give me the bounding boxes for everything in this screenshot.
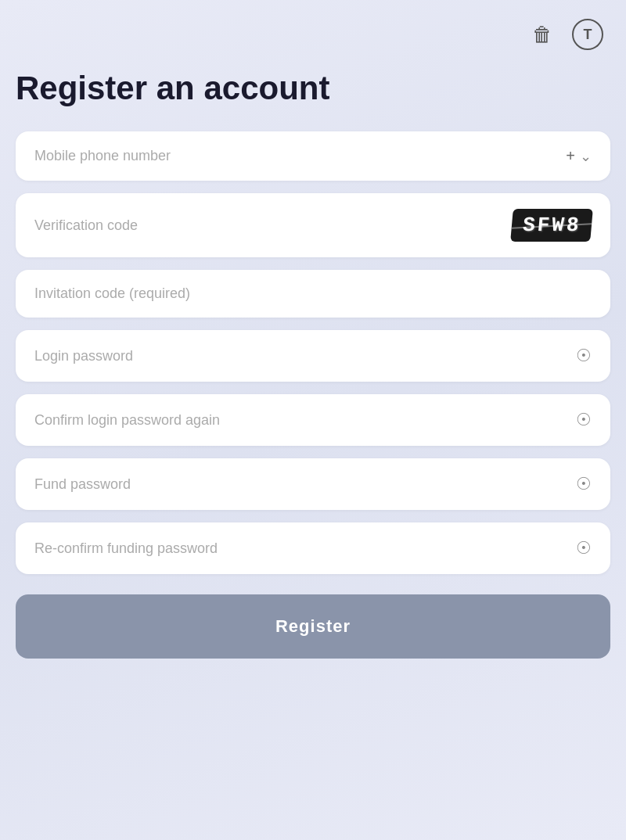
- toggle-reconfirm-fund-icon[interactable]: ☉: [576, 538, 592, 558]
- tooltip-button[interactable]: T: [569, 16, 606, 53]
- toggle-password-icon[interactable]: ☉: [576, 346, 592, 366]
- invitation-input[interactable]: [34, 285, 592, 302]
- login-password-wrapper: ☉: [16, 330, 610, 382]
- reconfirm-fund-input[interactable]: [34, 540, 576, 557]
- register-button[interactable]: Register: [16, 594, 610, 659]
- fund-password-input[interactable]: [34, 476, 576, 493]
- reconfirm-fund-wrapper: ☉: [16, 522, 610, 574]
- fund-password-wrapper: ☉: [16, 458, 610, 510]
- page-container: 🗑 T Register an account + ⌄ ЅFW8 ☉: [16, 16, 610, 659]
- trash-icon: 🗑: [532, 23, 552, 47]
- phone-input[interactable]: [34, 148, 566, 164]
- phone-country-selector[interactable]: + ⌄: [566, 147, 592, 165]
- confirm-password-input[interactable]: [34, 412, 576, 429]
- phone-input-wrapper: + ⌄: [16, 131, 610, 181]
- chevron-down-icon: ⌄: [580, 148, 592, 165]
- toggle-confirm-password-icon[interactable]: ☉: [576, 410, 592, 430]
- registration-form: + ⌄ ЅFW8 ☉ ☉ ☉ ☉: [16, 131, 610, 659]
- verification-input[interactable]: [34, 217, 512, 234]
- trash-button[interactable]: 🗑: [523, 16, 561, 53]
- top-toolbar: 🗑 T: [16, 16, 610, 53]
- plus-sign: +: [566, 147, 575, 165]
- page-title: Register an account: [16, 69, 610, 108]
- invitation-input-wrapper: [16, 270, 610, 318]
- captcha-image[interactable]: ЅFW8: [510, 209, 593, 242]
- tooltip-icon: T: [572, 19, 603, 50]
- toggle-fund-password-icon[interactable]: ☉: [576, 474, 592, 494]
- verification-input-wrapper: ЅFW8: [16, 193, 610, 257]
- login-password-input[interactable]: [34, 348, 576, 364]
- confirm-password-wrapper: ☉: [16, 394, 610, 446]
